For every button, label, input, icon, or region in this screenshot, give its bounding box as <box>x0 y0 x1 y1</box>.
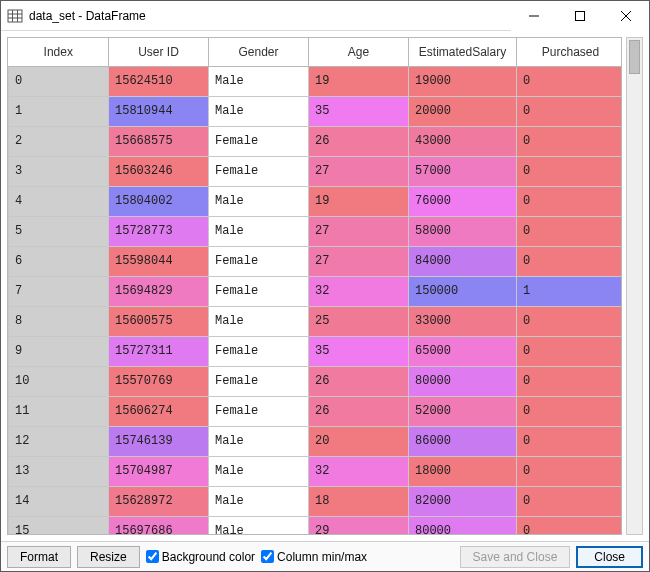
purchased-cell[interactable]: 0 <box>517 246 623 276</box>
salary-cell[interactable]: 57000 <box>409 156 517 186</box>
scrollbar-thumb[interactable] <box>629 40 640 74</box>
purchased-cell[interactable]: 0 <box>517 336 623 366</box>
userid-cell[interactable]: 15606274 <box>109 396 209 426</box>
resize-button[interactable]: Resize <box>77 546 140 568</box>
vertical-scrollbar[interactable] <box>626 37 643 535</box>
gender-cell[interactable]: Male <box>209 66 309 96</box>
table-row[interactable]: 1515697686Male29800000 <box>9 516 623 535</box>
userid-cell[interactable]: 15746139 <box>109 426 209 456</box>
gender-cell[interactable]: Female <box>209 126 309 156</box>
age-cell[interactable]: 32 <box>309 456 409 486</box>
background-color-checkbox[interactable]: Background color <box>146 550 255 564</box>
purchased-cell[interactable]: 0 <box>517 96 623 126</box>
table-row[interactable]: 015624510Male19190000 <box>9 66 623 96</box>
gender-cell[interactable]: Male <box>209 306 309 336</box>
salary-cell[interactable]: 80000 <box>409 516 517 535</box>
minimize-button[interactable] <box>511 1 557 31</box>
age-cell[interactable]: 32 <box>309 276 409 306</box>
salary-cell[interactable]: 65000 <box>409 336 517 366</box>
gender-cell[interactable]: Female <box>209 366 309 396</box>
salary-cell[interactable]: 43000 <box>409 126 517 156</box>
index-cell[interactable]: 3 <box>9 156 109 186</box>
salary-cell[interactable]: 33000 <box>409 306 517 336</box>
userid-cell[interactable]: 15810944 <box>109 96 209 126</box>
salary-cell[interactable]: 76000 <box>409 186 517 216</box>
table-row[interactable]: 1315704987Male32180000 <box>9 456 623 486</box>
close-bottom-button[interactable]: Close <box>576 546 643 568</box>
userid-cell[interactable]: 15624510 <box>109 66 209 96</box>
age-cell[interactable]: 29 <box>309 516 409 535</box>
purchased-cell[interactable]: 0 <box>517 396 623 426</box>
table-row[interactable]: 1215746139Male20860000 <box>9 426 623 456</box>
background-color-checkbox-input[interactable] <box>146 550 159 563</box>
purchased-cell[interactable]: 0 <box>517 516 623 535</box>
index-cell[interactable]: 7 <box>9 276 109 306</box>
userid-cell[interactable]: 15668575 <box>109 126 209 156</box>
salary-cell[interactable]: 150000 <box>409 276 517 306</box>
index-cell[interactable]: 0 <box>9 66 109 96</box>
age-cell[interactable]: 18 <box>309 486 409 516</box>
salary-cell[interactable]: 52000 <box>409 396 517 426</box>
column-minmax-checkbox-input[interactable] <box>261 550 274 563</box>
column-minmax-checkbox[interactable]: Column min/max <box>261 550 367 564</box>
userid-cell[interactable]: 15603246 <box>109 156 209 186</box>
index-cell[interactable]: 5 <box>9 216 109 246</box>
gender-cell[interactable]: Male <box>209 426 309 456</box>
purchased-cell[interactable]: 0 <box>517 456 623 486</box>
gender-cell[interactable]: Female <box>209 276 309 306</box>
age-cell[interactable]: 27 <box>309 156 409 186</box>
age-cell[interactable]: 25 <box>309 306 409 336</box>
purchased-cell[interactable]: 0 <box>517 306 623 336</box>
table-row[interactable]: 715694829Female321500001 <box>9 276 623 306</box>
salary-cell[interactable]: 86000 <box>409 426 517 456</box>
data-grid[interactable]: IndexUser IDGenderAgeEstimatedSalaryPurc… <box>7 37 622 535</box>
index-cell[interactable]: 10 <box>9 366 109 396</box>
userid-cell[interactable]: 15728773 <box>109 216 209 246</box>
purchased-cell[interactable]: 0 <box>517 426 623 456</box>
userid-cell[interactable]: 15600575 <box>109 306 209 336</box>
purchased-cell[interactable]: 0 <box>517 156 623 186</box>
column-header[interactable]: Age <box>309 38 409 66</box>
gender-cell[interactable]: Female <box>209 336 309 366</box>
age-cell[interactable]: 27 <box>309 246 409 276</box>
age-cell[interactable]: 26 <box>309 366 409 396</box>
index-cell[interactable]: 13 <box>9 456 109 486</box>
index-cell[interactable]: 9 <box>9 336 109 366</box>
table-row[interactable]: 415804002Male19760000 <box>9 186 623 216</box>
table-row[interactable]: 615598044Female27840000 <box>9 246 623 276</box>
userid-cell[interactable]: 15694829 <box>109 276 209 306</box>
age-cell[interactable]: 19 <box>309 186 409 216</box>
purchased-cell[interactable]: 1 <box>517 276 623 306</box>
salary-cell[interactable]: 58000 <box>409 216 517 246</box>
table-row[interactable]: 115810944Male35200000 <box>9 96 623 126</box>
close-button[interactable] <box>603 1 649 31</box>
table-row[interactable]: 315603246Female27570000 <box>9 156 623 186</box>
column-header[interactable]: EstimatedSalary <box>409 38 517 66</box>
salary-cell[interactable]: 82000 <box>409 486 517 516</box>
table-row[interactable]: 1415628972Male18820000 <box>9 486 623 516</box>
purchased-cell[interactable]: 0 <box>517 186 623 216</box>
age-cell[interactable]: 35 <box>309 96 409 126</box>
userid-cell[interactable]: 15704987 <box>109 456 209 486</box>
age-cell[interactable]: 26 <box>309 126 409 156</box>
column-header[interactable]: Gender <box>209 38 309 66</box>
userid-cell[interactable]: 15570769 <box>109 366 209 396</box>
table-row[interactable]: 815600575Male25330000 <box>9 306 623 336</box>
table-row[interactable]: 1115606274Female26520000 <box>9 396 623 426</box>
gender-cell[interactable]: Male <box>209 186 309 216</box>
table-row[interactable]: 215668575Female26430000 <box>9 126 623 156</box>
age-cell[interactable]: 35 <box>309 336 409 366</box>
table-row[interactable]: 1015570769Female26800000 <box>9 366 623 396</box>
salary-cell[interactable]: 84000 <box>409 246 517 276</box>
gender-cell[interactable]: Male <box>209 216 309 246</box>
userid-cell[interactable]: 15804002 <box>109 186 209 216</box>
index-cell[interactable]: 12 <box>9 426 109 456</box>
salary-cell[interactable]: 80000 <box>409 366 517 396</box>
index-cell[interactable]: 14 <box>9 486 109 516</box>
format-button[interactable]: Format <box>7 546 71 568</box>
maximize-button[interactable] <box>557 1 603 31</box>
column-header[interactable]: Purchased <box>517 38 623 66</box>
salary-cell[interactable]: 20000 <box>409 96 517 126</box>
purchased-cell[interactable]: 0 <box>517 216 623 246</box>
purchased-cell[interactable]: 0 <box>517 486 623 516</box>
